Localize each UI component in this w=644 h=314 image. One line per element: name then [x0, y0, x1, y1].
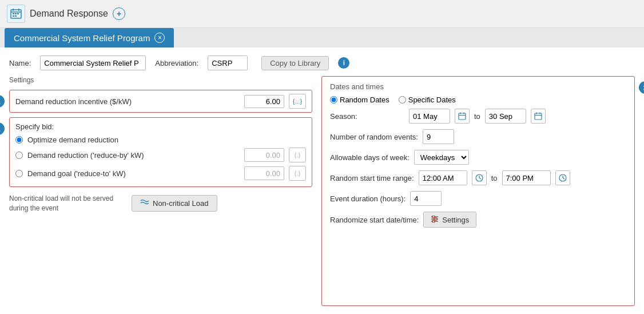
dates-times-title: Dates and times	[330, 82, 626, 91]
season-label: Season:	[330, 112, 404, 121]
svg-rect-5	[15, 13, 17, 14]
main-content: Name: Abbreviation: Copy to Library i Se…	[0, 47, 644, 314]
badge-3: 3	[639, 81, 644, 94]
svg-rect-9	[459, 113, 466, 120]
randomize-row: Randomize start date/time:	[330, 212, 626, 228]
app-icon	[7, 5, 25, 23]
non-critical-load-button[interactable]: Non-critical Load	[132, 195, 217, 212]
tab-bar: Commercial System Relief Program ×	[0, 28, 644, 47]
abbrev-input[interactable]	[208, 55, 248, 70]
demand-incentive-section: 1 Demand reduction incentive ($/kW) {...…	[9, 90, 312, 113]
tab-label: Commercial System Relief Program	[14, 33, 150, 43]
specify-bid-title: Specify bid:	[15, 122, 306, 131]
demand-incentive-box: Demand reduction incentive ($/kW) {...}	[9, 90, 312, 113]
season-to-label: to	[474, 112, 480, 121]
time-to-label: to	[491, 174, 498, 182]
demand-incentive-input[interactable]	[244, 95, 284, 108]
radio-reduce-by[interactable]	[15, 152, 23, 159]
two-column-layout: Settings 1 Demand reduction incentive ($…	[9, 76, 635, 306]
season-from-input[interactable]	[409, 109, 450, 124]
radio-row-reduce-to: Demand goal ('reduce-to' kW) (.)	[15, 166, 306, 181]
badge-2: 2	[0, 122, 5, 135]
formula-button-3[interactable]: (.)	[289, 166, 306, 181]
badge-1: 1	[0, 95, 5, 108]
allowable-days-row: Allowable days of week: Weekdays Weekend…	[330, 150, 626, 165]
radio-reduce-to-label: Demand goal ('reduce-to' kW)	[27, 169, 240, 178]
svg-line-19	[479, 178, 481, 179]
name-row: Name: Abbreviation: Copy to Library i	[9, 55, 635, 70]
demand-incentive-label: Demand reduction incentive ($/kW)	[15, 97, 240, 106]
copy-to-library-button[interactable]: Copy to Library	[261, 56, 329, 70]
info-icon[interactable]: i	[338, 57, 349, 69]
start-time-row: Random start time range: to	[330, 170, 626, 185]
random-events-row: Number of random events:	[330, 129, 626, 144]
calendar-to-button[interactable]	[531, 109, 546, 124]
duration-row: Event duration (hours):	[330, 191, 626, 206]
specific-dates-label: Specific Dates	[408, 96, 456, 104]
radio-specific-dates[interactable]	[399, 96, 406, 104]
svg-point-26	[432, 216, 435, 218]
randomize-settings-button[interactable]: Settings	[423, 212, 476, 228]
svg-line-22	[563, 178, 565, 179]
season-to-input[interactable]	[485, 109, 526, 124]
date-type-row: Random Dates Specific Dates	[330, 96, 626, 104]
reduce-to-input[interactable]	[244, 166, 284, 180]
name-input[interactable]	[40, 55, 146, 70]
radio-row-reduce-by: Demand reduction ('reduce-by' kW) (.)	[15, 148, 306, 162]
random-events-input[interactable]	[423, 129, 454, 144]
random-dates-label: Random Dates	[340, 96, 389, 104]
svg-point-27	[435, 218, 437, 220]
formula-button-1[interactable]: {...}	[289, 94, 306, 109]
allowable-days-label: Allowable days of week:	[330, 153, 410, 162]
app-title: Demand Response	[30, 9, 108, 19]
svg-point-28	[432, 220, 435, 222]
svg-rect-13	[535, 113, 542, 120]
left-column: Settings 1 Demand reduction incentive ($…	[9, 76, 312, 306]
formula-button-2[interactable]: (.)	[289, 148, 306, 162]
end-time-input[interactable]	[502, 170, 551, 185]
calendar-from-button[interactable]	[455, 109, 470, 124]
settings-label: Settings	[9, 76, 312, 84]
active-tab[interactable]: Commercial System Relief Program ×	[5, 28, 174, 47]
reduce-by-input[interactable]	[244, 148, 284, 162]
dates-times-panel: 3 Dates and times Random Dates Specific …	[321, 76, 635, 306]
random-start-label: Random start time range:	[330, 174, 414, 182]
specify-bid-section: 2 Specify bid: Optimize demand reduction…	[9, 117, 312, 187]
tab-close-button[interactable]: ×	[154, 33, 165, 43]
add-program-button[interactable]: +	[113, 7, 125, 20]
duration-input[interactable]	[410, 191, 442, 206]
non-critical-load-label: Non-critical Load	[153, 199, 209, 208]
abbrev-label: Abbreviation:	[155, 59, 198, 67]
radio-optimize[interactable]	[15, 136, 23, 144]
name-label: Name:	[9, 59, 31, 67]
svg-rect-4	[13, 13, 14, 14]
radio-optimize-label: Optimize demand reduction	[27, 136, 306, 144]
radio-random-dates[interactable]	[330, 96, 337, 104]
clock-end-button[interactable]	[555, 170, 570, 185]
start-time-input[interactable]	[419, 170, 467, 185]
non-critical-icon	[140, 199, 149, 208]
svg-rect-8	[15, 15, 17, 17]
season-row: Season: to	[330, 109, 626, 124]
random-events-label: Number of random events:	[330, 133, 418, 141]
randomize-label: Randomize start date/time:	[330, 216, 419, 224]
settings-icon	[431, 216, 439, 224]
radio-reduce-to[interactable]	[15, 170, 23, 177]
allowable-days-select[interactable]: Weekdays Weekends All days	[414, 150, 469, 165]
non-critical-row: Non-critical load will not be served dur…	[9, 194, 312, 213]
settings-button-label: Settings	[442, 216, 469, 224]
svg-rect-6	[17, 13, 19, 14]
specify-bid-box: Specify bid: Optimize demand reduction D…	[9, 117, 312, 187]
non-critical-text: Non-critical load will not be served dur…	[9, 194, 124, 213]
radio-reduce-by-label: Demand reduction ('reduce-by' kW)	[27, 151, 240, 160]
radio-row-optimize: Optimize demand reduction	[15, 136, 306, 144]
svg-rect-7	[13, 15, 14, 17]
clock-start-button[interactable]	[472, 170, 487, 185]
duration-label: Event duration (hours):	[330, 194, 406, 203]
